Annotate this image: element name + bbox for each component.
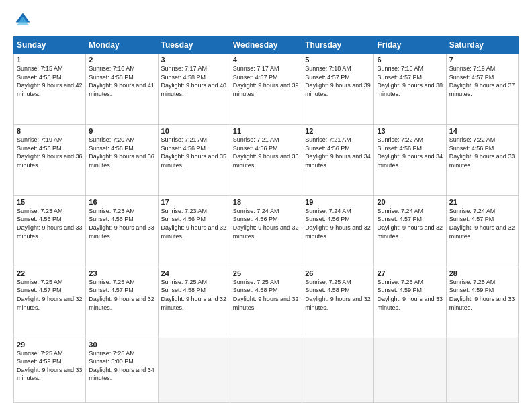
calendar-cell: 8Sunrise: 7:19 AMSunset: 4:56 PMDaylight… — [14, 124, 86, 195]
calendar-cell — [374, 338, 446, 402]
day-number: 21 — [449, 198, 515, 206]
header — [13, 11, 519, 30]
calendar-cell: 1Sunrise: 7:15 AMSunset: 4:58 PMDaylight… — [14, 54, 86, 125]
calendar-cell: 26Sunrise: 7:25 AMSunset: 4:58 PMDayligh… — [302, 267, 374, 338]
calendar-body: 1Sunrise: 7:15 AMSunset: 4:58 PMDaylight… — [14, 54, 519, 403]
day-info: Sunrise: 7:25 AMSunset: 4:58 PMDaylight:… — [305, 279, 371, 311]
col-header-friday: Friday — [374, 37, 446, 54]
day-number: 10 — [161, 127, 227, 135]
col-header-tuesday: Tuesday — [158, 37, 230, 54]
day-info: Sunrise: 7:25 AMSunset: 4:57 PMDaylight:… — [17, 279, 83, 311]
day-number: 24 — [161, 269, 227, 277]
day-info: Sunrise: 7:23 AMSunset: 4:56 PMDaylight:… — [89, 208, 154, 240]
day-number: 28 — [449, 269, 515, 277]
day-number: 18 — [233, 198, 299, 206]
calendar-cell: 13Sunrise: 7:22 AMSunset: 4:56 PMDayligh… — [374, 124, 446, 195]
calendar-cell — [446, 338, 518, 402]
day-number: 12 — [305, 127, 371, 135]
calendar-table: SundayMondayTuesdayWednesdayThursdayFrid… — [13, 36, 519, 403]
calendar-cell: 19Sunrise: 7:24 AMSunset: 4:56 PMDayligh… — [302, 195, 374, 267]
calendar-cell: 16Sunrise: 7:23 AMSunset: 4:56 PMDayligh… — [86, 195, 158, 267]
day-number: 13 — [377, 127, 443, 135]
calendar-cell: 30Sunrise: 7:25 AMSunset: 5:00 PMDayligh… — [86, 338, 158, 402]
day-number: 25 — [233, 269, 299, 277]
day-info: Sunrise: 7:24 AMSunset: 4:56 PMDaylight:… — [233, 208, 299, 240]
week-row-0: 1Sunrise: 7:15 AMSunset: 4:58 PMDaylight… — [14, 54, 519, 125]
week-row-1: 8Sunrise: 7:19 AMSunset: 4:56 PMDaylight… — [14, 124, 519, 195]
calendar-cell: 17Sunrise: 7:23 AMSunset: 4:56 PMDayligh… — [158, 195, 230, 267]
day-info: Sunrise: 7:25 AMSunset: 4:59 PMDaylight:… — [377, 279, 443, 311]
calendar-header-row: SundayMondayTuesdayWednesdayThursdayFrid… — [14, 37, 519, 54]
day-info: Sunrise: 7:24 AMSunset: 4:57 PMDaylight:… — [449, 208, 515, 240]
day-info: Sunrise: 7:20 AMSunset: 4:56 PMDaylight:… — [89, 136, 154, 169]
calendar-cell: 25Sunrise: 7:25 AMSunset: 4:58 PMDayligh… — [230, 267, 302, 338]
logo — [13, 11, 35, 30]
calendar-cell: 15Sunrise: 7:23 AMSunset: 4:56 PMDayligh… — [14, 195, 86, 267]
day-info: Sunrise: 7:23 AMSunset: 4:56 PMDaylight:… — [161, 208, 227, 240]
logo-icon — [13, 11, 32, 30]
day-number: 3 — [161, 56, 227, 64]
calendar-cell: 2Sunrise: 7:16 AMSunset: 4:58 PMDaylight… — [86, 54, 158, 125]
calendar-cell: 10Sunrise: 7:21 AMSunset: 4:56 PMDayligh… — [158, 124, 230, 195]
calendar-cell: 18Sunrise: 7:24 AMSunset: 4:56 PMDayligh… — [230, 195, 302, 267]
day-info: Sunrise: 7:25 AMSunset: 4:59 PMDaylight:… — [17, 350, 83, 382]
day-number: 20 — [377, 198, 443, 206]
day-info: Sunrise: 7:15 AMSunset: 4:58 PMDaylight:… — [17, 65, 83, 97]
day-number: 2 — [89, 56, 154, 64]
calendar-cell: 24Sunrise: 7:25 AMSunset: 4:58 PMDayligh… — [158, 267, 230, 338]
day-info: Sunrise: 7:25 AMSunset: 4:58 PMDaylight:… — [161, 279, 227, 311]
day-number: 26 — [305, 269, 371, 277]
day-info: Sunrise: 7:18 AMSunset: 4:57 PMDaylight:… — [377, 65, 443, 97]
day-info: Sunrise: 7:21 AMSunset: 4:56 PMDaylight:… — [161, 136, 227, 169]
day-info: Sunrise: 7:16 AMSunset: 4:58 PMDaylight:… — [89, 65, 154, 97]
calendar-cell: 3Sunrise: 7:17 AMSunset: 4:58 PMDaylight… — [158, 54, 230, 125]
day-number: 27 — [377, 269, 443, 277]
day-info: Sunrise: 7:23 AMSunset: 4:56 PMDaylight:… — [17, 208, 83, 240]
day-number: 7 — [449, 56, 515, 64]
day-info: Sunrise: 7:21 AMSunset: 4:56 PMDaylight:… — [233, 136, 299, 169]
calendar-cell: 6Sunrise: 7:18 AMSunset: 4:57 PMDaylight… — [374, 54, 446, 125]
calendar-cell — [302, 338, 374, 402]
day-number: 15 — [17, 198, 83, 206]
day-info: Sunrise: 7:22 AMSunset: 4:56 PMDaylight:… — [377, 136, 443, 169]
day-number: 9 — [89, 127, 154, 135]
calendar-cell: 20Sunrise: 7:24 AMSunset: 4:57 PMDayligh… — [374, 195, 446, 267]
week-row-3: 22Sunrise: 7:25 AMSunset: 4:57 PMDayligh… — [14, 267, 519, 338]
day-number: 30 — [89, 340, 154, 349]
calendar-cell: 22Sunrise: 7:25 AMSunset: 4:57 PMDayligh… — [14, 267, 86, 338]
day-info: Sunrise: 7:25 AMSunset: 5:00 PMDaylight:… — [89, 350, 154, 382]
day-info: Sunrise: 7:18 AMSunset: 4:57 PMDaylight:… — [305, 65, 371, 97]
calendar-cell: 11Sunrise: 7:21 AMSunset: 4:56 PMDayligh… — [230, 124, 302, 195]
day-info: Sunrise: 7:24 AMSunset: 4:57 PMDaylight:… — [377, 208, 443, 240]
day-number: 4 — [233, 56, 299, 64]
week-row-2: 15Sunrise: 7:23 AMSunset: 4:56 PMDayligh… — [14, 195, 519, 267]
calendar-cell: 29Sunrise: 7:25 AMSunset: 4:59 PMDayligh… — [14, 338, 86, 402]
day-number: 22 — [17, 269, 83, 277]
week-row-4: 29Sunrise: 7:25 AMSunset: 4:59 PMDayligh… — [14, 338, 519, 402]
col-header-thursday: Thursday — [302, 37, 374, 54]
calendar-cell: 21Sunrise: 7:24 AMSunset: 4:57 PMDayligh… — [446, 195, 518, 267]
day-number: 11 — [233, 127, 299, 135]
day-number: 5 — [305, 56, 371, 64]
calendar-cell: 5Sunrise: 7:18 AMSunset: 4:57 PMDaylight… — [302, 54, 374, 125]
day-info: Sunrise: 7:22 AMSunset: 4:56 PMDaylight:… — [449, 136, 515, 169]
calendar-cell: 28Sunrise: 7:25 AMSunset: 4:59 PMDayligh… — [446, 267, 518, 338]
day-number: 14 — [449, 127, 515, 135]
day-info: Sunrise: 7:25 AMSunset: 4:59 PMDaylight:… — [449, 279, 515, 311]
day-info: Sunrise: 7:17 AMSunset: 4:57 PMDaylight:… — [233, 65, 299, 97]
col-header-monday: Monday — [86, 37, 158, 54]
day-info: Sunrise: 7:21 AMSunset: 4:56 PMDaylight:… — [305, 136, 371, 169]
day-info: Sunrise: 7:25 AMSunset: 4:57 PMDaylight:… — [89, 279, 154, 311]
calendar-cell: 12Sunrise: 7:21 AMSunset: 4:56 PMDayligh… — [302, 124, 374, 195]
calendar-cell: 9Sunrise: 7:20 AMSunset: 4:56 PMDaylight… — [86, 124, 158, 195]
day-info: Sunrise: 7:19 AMSunset: 4:56 PMDaylight:… — [17, 136, 83, 169]
day-number: 29 — [17, 340, 83, 349]
day-number: 17 — [161, 198, 227, 206]
day-number: 6 — [377, 56, 443, 64]
day-number: 16 — [89, 198, 154, 206]
calendar-cell: 14Sunrise: 7:22 AMSunset: 4:56 PMDayligh… — [446, 124, 518, 195]
col-header-sunday: Sunday — [14, 37, 86, 54]
col-header-wednesday: Wednesday — [230, 37, 302, 54]
day-info: Sunrise: 7:17 AMSunset: 4:58 PMDaylight:… — [161, 65, 227, 97]
calendar-cell — [158, 338, 230, 402]
